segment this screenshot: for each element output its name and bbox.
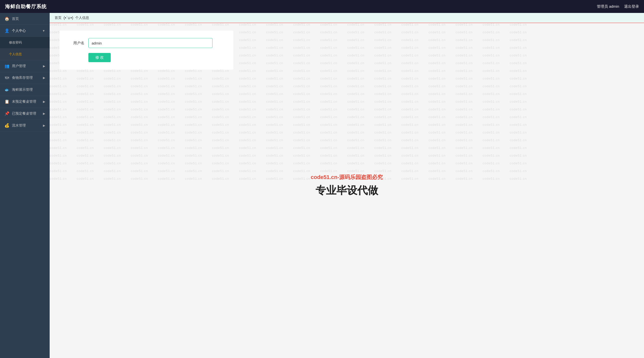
sidebar-item-unreserved-label: 未预定餐桌管理 xyxy=(12,99,36,104)
black-notice: 专业毕设代做 xyxy=(311,184,383,197)
sidebar-item-home-label: 首页 xyxy=(12,17,19,21)
admin-label: 管理员 admin xyxy=(597,4,619,9)
sidebar: 🏠 首页 👤 个人中心 ▼ 修改密码 个人信息 👥 用户管理 ▶ 🍽 食物库存管… xyxy=(0,13,50,358)
chevron-right-icon-4: ▶ xyxy=(43,112,45,115)
username-label: 用户名 xyxy=(70,41,84,46)
main-content: (function() { const wm = document.queryS… xyxy=(50,13,644,358)
table-icon: 📋 xyxy=(4,99,10,104)
sidebar-item-flow-mgmt-label: 流水管理 xyxy=(12,123,26,128)
sidebar-item-seafood-display-label: 海鲜展示管理 xyxy=(12,88,33,92)
center-watermark: code51.cn-源码乐园盗图必究 专业毕设代做 xyxy=(311,173,383,197)
reserved-icon: 📌 xyxy=(4,111,10,116)
submit-row: 修 改 xyxy=(70,53,224,62)
username-row: 用户名 xyxy=(70,38,224,48)
breadcrumb-face: (•`∪•) xyxy=(64,16,73,20)
sidebar-item-personal-info-label: 个人信息 xyxy=(9,52,22,56)
logout-button[interactable]: 退出登录 xyxy=(624,4,639,9)
user-area: 管理员 admin 退出登录 xyxy=(597,4,639,9)
person-icon: 👤 xyxy=(4,28,10,33)
breadcrumb-home: 首页 xyxy=(54,16,62,20)
main-layout: 🏠 首页 👤 个人中心 ▼ 修改密码 个人信息 👥 用户管理 ▶ 🍽 食物库存管… xyxy=(0,13,644,358)
personal-info-form: 用户名 修 改 xyxy=(60,31,233,70)
red-notice: code51.cn-源码乐园盗图必究 xyxy=(311,173,383,181)
flow-icon: 💰 xyxy=(4,123,10,128)
sidebar-item-unreserved[interactable]: 📋 未预定餐桌管理 ▶ xyxy=(0,96,50,108)
sidebar-item-reserved-label: 已预定餐桌管理 xyxy=(12,111,36,116)
food-icon: 🍽 xyxy=(4,76,10,80)
seafood-icon: 🐟 xyxy=(4,87,10,92)
top-header: 海鲜自助餐厅系统 管理员 admin 退出登录 xyxy=(0,0,644,13)
sidebar-item-personal[interactable]: 👤 个人中心 ▼ xyxy=(0,25,50,37)
chevron-right-icon-5: ▶ xyxy=(43,124,45,127)
sidebar-sub-personal: 修改密码 个人信息 xyxy=(0,37,50,60)
sidebar-item-food-inventory[interactable]: 🍽 食物库存管理 ▶ xyxy=(0,72,50,84)
sidebar-item-change-password-label: 修改密码 xyxy=(9,40,22,45)
chevron-right-icon-3: ▶ xyxy=(43,100,45,103)
sidebar-item-food-inventory-label: 食物库存管理 xyxy=(12,76,33,80)
users-icon: 👥 xyxy=(4,64,10,68)
chevron-right-icon-2: ▶ xyxy=(43,76,45,80)
breadcrumb: 首页 (•`∪•) 个人信息 xyxy=(50,13,644,23)
chevron-right-icon: ▶ xyxy=(43,64,45,68)
sidebar-item-seafood-display[interactable]: 🐟 海鲜展示管理 xyxy=(0,84,50,96)
submit-button[interactable]: 修 改 xyxy=(88,53,111,62)
app-logo: 海鲜自助餐厅系统 xyxy=(5,3,47,10)
sidebar-item-change-password[interactable]: 修改密码 xyxy=(0,37,50,49)
sidebar-item-flow-mgmt[interactable]: 💰 流水管理 ▶ xyxy=(0,120,50,131)
sidebar-item-user-mgmt[interactable]: 👥 用户管理 ▶ xyxy=(0,60,50,72)
username-input[interactable] xyxy=(88,38,212,48)
sidebar-item-personal-label: 个人中心 xyxy=(12,29,26,33)
sidebar-item-home[interactable]: 🏠 首页 xyxy=(0,13,50,25)
home-icon: 🏠 xyxy=(4,17,10,21)
content-area: 用户名 修 改 xyxy=(50,23,644,77)
sidebar-item-reserved[interactable]: 📌 已预定餐桌管理 ▶ xyxy=(0,108,50,120)
sidebar-item-user-mgmt-label: 用户管理 xyxy=(12,64,26,68)
breadcrumb-current: 个人信息 xyxy=(75,16,89,20)
chevron-down-icon: ▼ xyxy=(42,29,45,33)
sidebar-item-personal-info[interactable]: 个人信息 xyxy=(0,49,50,60)
